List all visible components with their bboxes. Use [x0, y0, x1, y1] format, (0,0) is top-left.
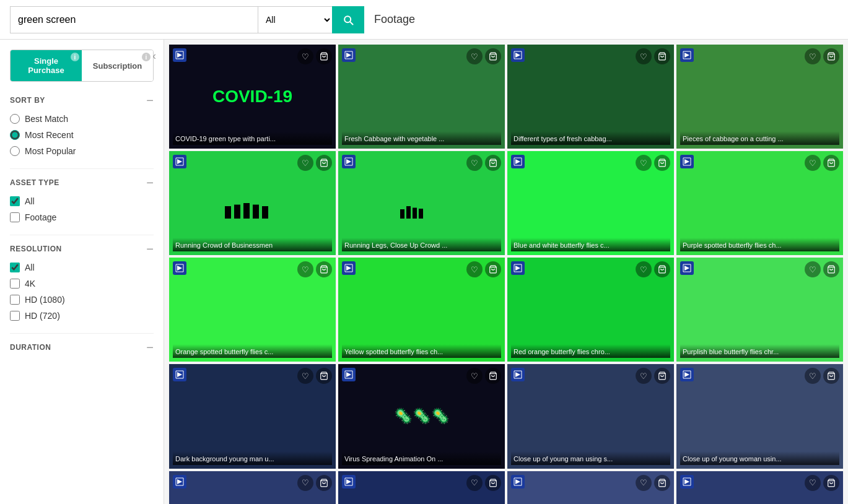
cart-button[interactable]	[316, 368, 332, 384]
cart-button[interactable]	[316, 475, 332, 491]
grid-item[interactable]: ♡ Close up of young woman usin...	[676, 364, 843, 468]
grid-item[interactable]: ♡ Purple spotted butterfly flies ch...	[676, 151, 843, 255]
cart-button[interactable]	[485, 475, 501, 491]
grid-item[interactable]: ♡ Dark background young man u...	[169, 364, 336, 468]
cart-button[interactable]	[485, 261, 501, 277]
cart-button[interactable]	[823, 48, 839, 64]
favorite-button[interactable]: ♡	[805, 475, 821, 491]
favorite-button[interactable]: ♡	[466, 475, 483, 491]
favorite-button[interactable]: ♡	[636, 368, 652, 384]
cart-button[interactable]	[654, 475, 670, 491]
provider-logo	[680, 155, 694, 171]
favorite-button[interactable]: ♡	[297, 475, 313, 491]
grid-item[interactable]: ♡ Different types of fresh cabbag...	[507, 45, 674, 149]
favorite-button[interactable]: ♡	[805, 261, 821, 277]
res-all[interactable]: All	[10, 263, 154, 272]
single-purchase-tab[interactable]: Single Purchase i	[11, 50, 82, 81]
favorite-button[interactable]: ♡	[636, 155, 652, 171]
grid-item[interactable]: ♡ Pieces of cabbage on a cutting ...	[676, 45, 843, 149]
single-purchase-info-icon[interactable]: i	[71, 53, 79, 61]
grid-item[interactable]: ♡ Blue and white butterfly flies c...	[507, 151, 674, 255]
favorite-button[interactable]: ♡	[466, 261, 483, 277]
cart-button[interactable]	[485, 155, 501, 171]
asset-footage-checkbox[interactable]	[10, 212, 20, 222]
favorite-button[interactable]: ♡	[466, 48, 483, 64]
grid-item[interactable]: ♡ Purplish blue butterfly flies chr...	[676, 258, 843, 362]
cart-icon	[320, 265, 328, 274]
res-hd720[interactable]: HD (720)	[10, 311, 154, 321]
type-select[interactable]: All Footage Images Audio	[258, 6, 332, 33]
favorite-button[interactable]: ♡	[297, 48, 313, 64]
favorite-button[interactable]: ♡	[805, 48, 821, 64]
sort-by-collapse-btn[interactable]: −	[146, 94, 154, 106]
duration-collapse-btn[interactable]: −	[146, 341, 154, 354]
sort-best-match[interactable]: Best Match	[10, 114, 154, 124]
res-hd1080[interactable]: HD (1080)	[10, 295, 154, 305]
asset-footage[interactable]: Footage	[10, 212, 154, 222]
provider-logo	[173, 48, 186, 64]
asset-all[interactable]: All	[10, 196, 154, 206]
provider-logo	[680, 48, 694, 64]
cart-button[interactable]	[654, 155, 670, 171]
favorite-button[interactable]: ♡	[297, 155, 313, 171]
cart-button[interactable]	[654, 261, 670, 277]
favorite-button[interactable]: ♡	[466, 368, 483, 384]
grid-item[interactable]: 🦠🦠🦠 ♡ Virus Spre	[338, 364, 505, 468]
grid-item[interactable]: ♡ Phone footage item 20	[676, 471, 843, 505]
cart-button[interactable]	[485, 368, 501, 384]
favorite-button[interactable]: ♡	[636, 48, 652, 64]
cart-button[interactable]	[823, 261, 839, 277]
asset-all-checkbox[interactable]	[10, 196, 20, 206]
subscription-info-icon[interactable]: i	[142, 53, 151, 61]
cart-button[interactable]	[485, 48, 501, 64]
sort-most-popular-radio[interactable]	[10, 146, 20, 156]
cart-icon	[320, 479, 328, 487]
grid-item[interactable]: ♡ Phone footage item 19	[507, 471, 674, 505]
grid-item[interactable]: ♡ Close up of young man using s...	[507, 364, 674, 468]
sort-most-recent-radio[interactable]	[10, 130, 20, 140]
res-4k[interactable]: 4K	[10, 279, 154, 289]
cart-button[interactable]	[654, 368, 670, 384]
cart-icon	[320, 159, 328, 167]
cart-button[interactable]	[823, 475, 839, 491]
cart-button[interactable]	[316, 261, 332, 277]
favorite-button[interactable]: ♡	[636, 261, 652, 277]
grid-item[interactable]: ♡ Fresh Cabbage with vegetable ...	[338, 45, 505, 149]
sort-best-match-radio[interactable]	[10, 114, 20, 124]
cart-button[interactable]	[823, 155, 839, 171]
res-4k-checkbox[interactable]	[10, 279, 20, 289]
grid-item[interactable]: ♡ Orange spotted butterfly flies c...	[169, 258, 336, 362]
resolution-collapse-btn[interactable]: −	[146, 243, 154, 255]
cart-button[interactable]	[823, 368, 839, 384]
grid-item[interactable]: COVID-19 ♡ COVID-19	[169, 45, 336, 149]
grid-item[interactable]: ♡ Red orange butterfly flies chro...	[507, 258, 674, 362]
provider-logo	[680, 368, 694, 384]
favorite-button[interactable]: ♡	[805, 155, 821, 171]
favorite-button[interactable]: ♡	[297, 368, 313, 384]
search-input[interactable]	[10, 6, 258, 33]
thumb-title: Red orange butterfly flies chro...	[514, 348, 668, 355]
favorite-button[interactable]: ♡	[466, 155, 483, 171]
grid-item[interactable]: ♡ Running Legs, Close Up Crowd ...	[338, 151, 505, 255]
res-all-checkbox[interactable]	[10, 263, 20, 272]
favorite-button[interactable]: ♡	[297, 261, 313, 277]
grid-item[interactable]: ♡ Phone footage item 18	[338, 471, 505, 505]
search-button[interactable]	[332, 6, 364, 33]
cart-button[interactable]	[654, 48, 670, 64]
sort-most-recent[interactable]: Most Recent	[10, 130, 154, 140]
cart-button[interactable]	[316, 48, 332, 64]
sort-most-popular[interactable]: Most Popular	[10, 146, 154, 156]
res-hd1080-checkbox[interactable]	[10, 295, 20, 305]
grid-item[interactable]: ♡ Yellow spotted butterfly flies ch...	[338, 258, 505, 362]
asset-type-collapse-btn[interactable]: −	[146, 176, 154, 189]
favorite-button[interactable]: ♡	[636, 475, 652, 491]
cart-button[interactable]	[316, 155, 332, 171]
grid-item[interactable]: ♡ Running Crowd of Businessmen	[169, 151, 336, 255]
favorite-button[interactable]: ♡	[805, 368, 821, 384]
res-hd720-checkbox[interactable]	[10, 311, 20, 321]
subscription-tab[interactable]: Subscription i	[82, 50, 153, 81]
cart-icon	[827, 52, 836, 61]
thumb-title: Blue and white butterfly flies c...	[514, 241, 668, 249]
grid-item[interactable]: ♡ Phone footage item 17	[169, 471, 336, 505]
res-4k-label: 4K	[25, 279, 35, 289]
